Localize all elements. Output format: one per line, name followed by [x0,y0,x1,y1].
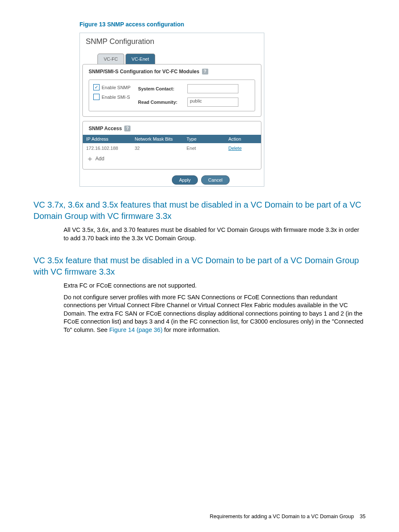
paragraph-3: Do not configure server profiles with mo… [64,293,366,334]
cell-ip: 172.16.102.188 [83,143,131,153]
tab-vcfc[interactable]: VC-FC [97,54,124,64]
tab-vcenet[interactable]: VC-Enet [125,54,156,64]
checkbox-enable-snmp-label: Enable SNMP [102,85,130,90]
access-heading-label: SNMP Access [89,126,122,131]
col-type: Type [183,135,225,143]
table-row: 172.16.102.188 32 Enet Delete [83,143,261,153]
read-community-label: Read Community: [138,100,184,105]
section-heading-1: VC 3.7x, 3.6x and 3.5x features that mus… [33,199,366,222]
page-footer: Requirements for adding a VC Domain to a… [210,514,366,519]
add-row[interactable]: ＋ Add [83,153,261,166]
footer-text: Requirements for adding a VC Domain to a… [210,514,354,519]
checkbox-enable-snmp[interactable]: ✓ [93,84,100,90]
system-contact-label: System Contact: [138,86,184,91]
screenshot-title: SNMP Configuration [80,33,264,54]
cell-type: Enet [183,143,225,153]
system-contact-input[interactable] [187,84,238,93]
config-inner-box: ✓ Enable SNMP Enable SMI-S System Contac… [89,80,255,111]
panel-heading-label: SNMP/SMI-S Configuration for VC-FC Modul… [89,69,200,75]
delete-link[interactable]: Delete [228,146,242,151]
tabs: VC-FC VC-Enet [97,54,264,64]
page-number: 35 [360,514,366,519]
figure-14-link[interactable]: Figure 14 (page 36) [109,326,162,333]
checkbox-enable-smis[interactable] [93,94,100,100]
help-icon[interactable]: ? [124,126,130,131]
apply-button[interactable]: Apply [172,175,198,185]
checkbox-enable-smis-label: Enable SMI-S [102,95,130,100]
checkbox-enable-smis-row: Enable SMI-S [93,94,130,100]
paragraph-2: Extra FC or FCoE connections are not sup… [64,282,366,290]
access-table-header: IP Address Network Mask Bits Type Action [83,135,261,143]
col-ip: IP Address [83,135,131,143]
plus-icon: ＋ [86,156,94,162]
add-label: Add [95,156,104,162]
read-community-input[interactable]: public [187,98,238,107]
col-mask: Network Mask Bits [131,135,183,143]
panel-heading-access: SNMP Access ? [83,121,261,135]
col-action: Action [225,135,261,143]
cell-mask: 32 [131,143,183,153]
paragraph-1: All VC 3.5x, 3.6x, and 3.70 features mus… [64,226,366,242]
section-heading-2: VC 3.5x feature that must be disabled in… [33,255,366,278]
figure-caption: Figure 13 SNMP access configuration [79,21,366,28]
checkbox-enable-snmp-row: ✓ Enable SNMP [93,84,130,90]
panel-heading-config: SNMP/SMI-S Configuration for VC-FC Modul… [83,64,261,78]
cancel-button[interactable]: Cancel [201,175,230,185]
snmp-config-screenshot: SNMP Configuration VC-FC VC-Enet SNMP/SM… [79,33,264,187]
panel-snmp-config: SNMP/SMI-S Configuration for VC-FC Modul… [82,64,261,117]
paragraph-3b: for more information. [162,326,220,333]
panel-snmp-access: SNMP Access ? IP Address Network Mask Bi… [82,121,261,170]
help-icon[interactable]: ? [202,69,208,75]
